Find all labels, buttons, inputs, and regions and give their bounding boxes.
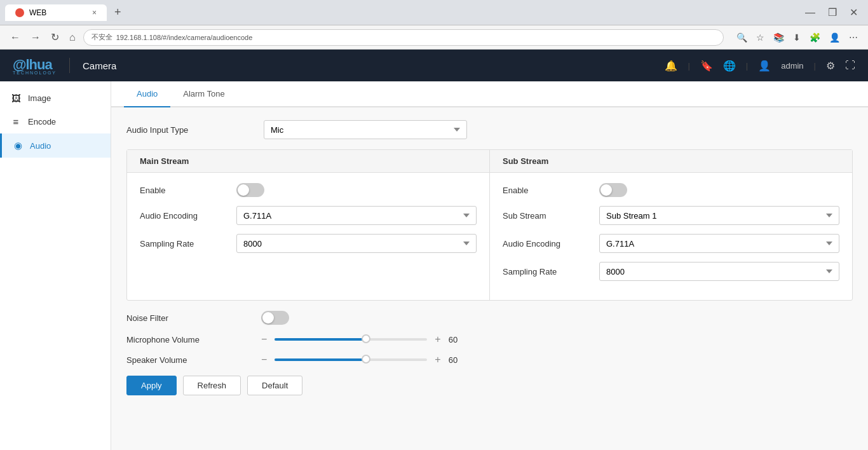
sub-stream-encoding-row: Audio Encoding G.711A G.711Mu AAC G.726 bbox=[503, 234, 839, 253]
globe-icon[interactable]: 🌐 bbox=[723, 60, 736, 72]
sub-stream-sampling-select[interactable]: 8000 16000 32000 48000 bbox=[599, 262, 839, 281]
sub-stream-toggle-thumb bbox=[600, 184, 612, 196]
sidebar-item-audio[interactable]: ◉ Audio bbox=[0, 133, 111, 158]
url-text: 192.168.1.108/#/index/camera/audioencode bbox=[116, 34, 253, 41]
sidebar-item-encode[interactable]: ≡ Encode bbox=[0, 110, 111, 133]
main-stream-section: Main Stream Enable Audio Encodin bbox=[127, 150, 489, 300]
speaker-volume-label: Speaker Volume bbox=[126, 355, 254, 365]
settings-icon[interactable]: ⚙ bbox=[826, 60, 835, 72]
sub-stream-section: Sub Stream Enable Sub Stream bbox=[489, 150, 852, 300]
user-icon: 👤 bbox=[758, 60, 771, 72]
audio-input-row: Audio Input Type Mic LineIn bbox=[126, 120, 853, 139]
sidebar-item-label-image: Image bbox=[28, 93, 51, 103]
profile-btn[interactable]: 👤 bbox=[827, 30, 843, 45]
sub-stream-encoding-label: Audio Encoding bbox=[503, 239, 592, 249]
sub-stream-sampling-control: 8000 16000 32000 48000 bbox=[599, 262, 839, 281]
speaker-volume-thumb[interactable] bbox=[362, 355, 370, 364]
sub-stream-encoding-select[interactable]: G.711A G.711Mu AAC G.726 bbox=[599, 234, 839, 253]
logo: @lhua TECHNOLOGY bbox=[13, 57, 57, 75]
new-tab-button[interactable]: + bbox=[111, 4, 125, 20]
star-btn[interactable]: ☆ bbox=[754, 30, 767, 45]
maximize-button[interactable]: ❒ bbox=[823, 6, 842, 18]
sub-stream-enable-label: Enable bbox=[503, 186, 592, 195]
home-button[interactable]: ⌂ bbox=[67, 29, 78, 46]
header-divider3: | bbox=[746, 61, 748, 71]
apply-button[interactable]: Apply bbox=[126, 376, 177, 395]
content-area: Audio Input Type Mic LineIn Main Stream … bbox=[111, 107, 868, 408]
speaker-volume-fill bbox=[275, 358, 366, 361]
sub-stream-selector-row: Sub Stream Sub Stream 1 Sub Stream 2 bbox=[503, 206, 839, 225]
main-stream-enable-toggle[interactable] bbox=[236, 183, 264, 197]
search-browser-btn[interactable]: 🔍 bbox=[734, 30, 750, 45]
microphone-volume-track[interactable] bbox=[275, 338, 427, 341]
main-stream-encoding-label: Audio Encoding bbox=[140, 211, 229, 221]
speaker-volume-track[interactable] bbox=[275, 358, 427, 361]
streams-panel: Main Stream Enable Audio Encodin bbox=[126, 149, 853, 301]
sub-stream-sampling-label: Sampling Rate bbox=[503, 267, 592, 276]
refresh-browser-button[interactable]: ↻ bbox=[48, 29, 62, 46]
main-content: Audio Alarm Tone Audio Input Type Mic Li… bbox=[111, 81, 868, 450]
noise-filter-row: Noise Filter bbox=[126, 311, 853, 325]
back-button[interactable]: ← bbox=[8, 29, 23, 46]
close-window-button[interactable]: ✕ bbox=[844, 6, 863, 18]
audio-input-select[interactable]: Mic LineIn bbox=[264, 120, 467, 139]
speaker-volume-plus[interactable]: + bbox=[435, 354, 440, 365]
microphone-volume-thumb[interactable] bbox=[362, 334, 370, 343]
main-stream-encoding-select[interactable]: G.711A G.711Mu AAC G.726 bbox=[236, 206, 477, 225]
tab-close-btn[interactable]: × bbox=[92, 8, 97, 17]
sub-stream-encoding-control: G.711A G.711Mu AAC G.726 bbox=[599, 234, 839, 253]
action-button-row: Apply Refresh Default bbox=[126, 376, 853, 395]
sub-stream-enable-row: Enable bbox=[503, 183, 839, 197]
sub-stream-enable-toggle[interactable] bbox=[599, 183, 627, 197]
logo-area: @lhua TECHNOLOGY bbox=[13, 57, 57, 75]
noise-filter-toggle[interactable] bbox=[261, 311, 289, 325]
bell-icon[interactable]: 🔔 bbox=[665, 60, 677, 72]
header-divider bbox=[69, 58, 70, 73]
tab-alarm-tone[interactable]: Alarm Tone bbox=[170, 81, 238, 107]
browser-chrome: WEB × + — ❒ ✕ bbox=[0, 0, 868, 25]
address-bar[interactable]: 不安全 192.168.1.108/#/index/camera/audioen… bbox=[83, 29, 724, 46]
expand-icon[interactable]: ⛶ bbox=[845, 60, 855, 71]
collection-btn[interactable]: 📚 bbox=[771, 30, 787, 45]
main-stream-toggle-thumb bbox=[238, 184, 249, 196]
sub-stream-selector-label: Sub Stream bbox=[503, 211, 592, 221]
header-right: 🔔 | 🔖 🌐 | 👤 admin | ⚙ ⛶ bbox=[665, 60, 855, 72]
main-stream-encoding-control: G.711A G.711Mu AAC G.726 bbox=[236, 206, 477, 225]
main-stream-sampling-control: 8000 16000 32000 48000 bbox=[236, 234, 477, 253]
main-stream-enable-label: Enable bbox=[140, 186, 229, 195]
extension-btn[interactable]: 🧩 bbox=[807, 30, 823, 45]
window-controls: — ❒ ✕ bbox=[800, 6, 863, 18]
sub-stream-toggle-track bbox=[599, 183, 627, 197]
microphone-volume-minus[interactable]: − bbox=[261, 334, 267, 345]
microphone-volume-plus[interactable]: + bbox=[435, 334, 440, 345]
tabs-bar: Audio Alarm Tone bbox=[111, 81, 868, 107]
speaker-volume-row: Speaker Volume − + 60 bbox=[126, 354, 853, 365]
username: admin bbox=[781, 61, 803, 71]
noise-filter-toggle-track bbox=[261, 311, 289, 325]
header-divider4: | bbox=[814, 61, 816, 71]
tab-audio[interactable]: Audio bbox=[124, 81, 170, 107]
main-stream-sampling-row: Sampling Rate 8000 16000 32000 48000 bbox=[140, 234, 477, 253]
header-title: Camera bbox=[83, 60, 116, 71]
more-btn[interactable]: ⋯ bbox=[846, 30, 860, 45]
main-stream-sampling-select[interactable]: 8000 16000 32000 48000 bbox=[236, 234, 477, 253]
speaker-volume-minus[interactable]: − bbox=[261, 354, 267, 365]
refresh-button[interactable]: Refresh bbox=[183, 376, 241, 395]
browser-tab[interactable]: WEB × bbox=[5, 4, 107, 21]
sub-stream-selector-select[interactable]: Sub Stream 1 Sub Stream 2 bbox=[599, 206, 839, 225]
header-divider2: | bbox=[688, 61, 689, 71]
noise-filter-label: Noise Filter bbox=[126, 313, 254, 323]
bookmark-icon[interactable]: 🔖 bbox=[700, 60, 713, 72]
microphone-volume-row: Microphone Volume − + 60 bbox=[126, 334, 853, 345]
forward-button[interactable]: → bbox=[28, 29, 43, 46]
sub-stream-title: Sub Stream bbox=[490, 150, 852, 173]
microphone-volume-fill bbox=[275, 338, 366, 341]
download-btn[interactable]: ⬇ bbox=[790, 30, 803, 45]
browser-controls-bar: ← → ↻ ⌂ 不安全 192.168.1.108/#/index/camera… bbox=[0, 25, 868, 50]
audio-input-label: Audio Input Type bbox=[126, 125, 254, 135]
sidebar-item-image[interactable]: 🖼 Image bbox=[0, 86, 111, 110]
minimize-button[interactable]: — bbox=[800, 6, 820, 18]
speaker-volume-value: 60 bbox=[449, 355, 468, 365]
default-button[interactable]: Default bbox=[247, 376, 302, 395]
tab-favicon bbox=[15, 8, 24, 17]
